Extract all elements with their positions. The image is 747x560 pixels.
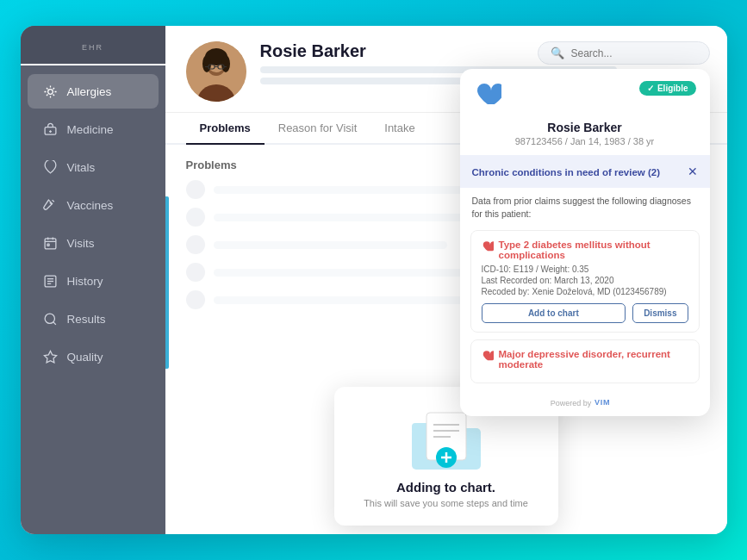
condition-1-title: Type 2 diabetes mellitus without complic… bbox=[482, 240, 688, 260]
search-icon: 🔍 bbox=[551, 47, 564, 59]
sidebar-label-vaccines: Vaccines bbox=[67, 199, 114, 212]
patient-avatar bbox=[186, 41, 246, 102]
adding-chart-title: Adding to chart. bbox=[360, 480, 532, 495]
sidebar-label-vitals: Vitals bbox=[67, 161, 96, 174]
sidebar-nav: Allergies Medicine Vitals Vaccines bbox=[21, 65, 165, 534]
tab-reason-for-visit[interactable]: Reason for Visit bbox=[265, 113, 371, 145]
sidebar-item-medicine[interactable]: Medicine bbox=[28, 112, 159, 146]
conditions-banner: Chronic conditions in need of review (2)… bbox=[460, 155, 710, 188]
sidebar-item-allergies[interactable]: Allergies bbox=[28, 74, 159, 109]
problem-line bbox=[214, 296, 474, 304]
results-icon bbox=[43, 311, 59, 327]
search-bar[interactable]: 🔍 bbox=[538, 41, 710, 65]
vitals-icon bbox=[43, 159, 59, 175]
condition-2-heart-icon bbox=[482, 350, 494, 364]
eligible-badge: ✓ Eligible bbox=[639, 81, 696, 96]
blue-border bbox=[165, 196, 169, 369]
condition-2-title: Major depressive disorder, recurrent mod… bbox=[482, 349, 688, 370]
svg-point-20 bbox=[202, 55, 211, 72]
svg-text:VIM: VIM bbox=[594, 398, 610, 407]
vim-card: ✕ ✓ Eligible Rosie Barker 987123456 / Ja… bbox=[460, 69, 710, 416]
problem-dot bbox=[186, 263, 205, 282]
sidebar-label-visits: Visits bbox=[67, 237, 95, 250]
svg-line-14 bbox=[53, 321, 56, 324]
conditions-close-button[interactable]: ✕ bbox=[688, 165, 698, 178]
sidebar-item-vaccines[interactable]: Vaccines bbox=[28, 188, 159, 222]
vim-logo: VIM bbox=[594, 397, 619, 408]
vim-card-patient: Rosie Barker 987123456 / Jan 14, 1983 / … bbox=[460, 121, 710, 155]
heart-icon bbox=[474, 81, 501, 109]
tab-intake[interactable]: Intake bbox=[370, 113, 428, 145]
svg-point-13 bbox=[45, 314, 54, 323]
conditions-title-text: Chronic conditions in need of review (2) bbox=[472, 167, 661, 177]
powered-by: Powered by VIM bbox=[460, 390, 710, 416]
conditions-title: Chronic conditions in need of review (2) bbox=[472, 164, 661, 179]
medicine-icon bbox=[43, 121, 59, 137]
condition-recoded-by: Recoded by: Xenie Doželová, MD (01234567… bbox=[482, 287, 688, 296]
svg-rect-8 bbox=[47, 244, 49, 246]
vim-heart-logo bbox=[474, 81, 501, 112]
svg-rect-4 bbox=[45, 238, 56, 248]
check-icon: ✓ bbox=[647, 84, 654, 93]
condition-actions: Add to chart Dismiss bbox=[482, 303, 688, 323]
avatar-image bbox=[186, 41, 246, 102]
sidebar-label-allergies: Allergies bbox=[67, 85, 112, 98]
sidebar: EHR Allergies Medicine Vitals bbox=[21, 26, 165, 534]
vim-brand: VIM bbox=[594, 397, 619, 409]
history-icon bbox=[43, 273, 59, 289]
vim-patient-info: 987123456 / Jan 14, 1983 / 38 yr bbox=[474, 136, 696, 146]
heart-warning-icon-2 bbox=[482, 350, 494, 362]
sidebar-label-results: Results bbox=[67, 313, 106, 326]
sidebar-label-quality: Quality bbox=[67, 351, 103, 364]
adding-chart-subtitle: This will save you some steps and time bbox=[360, 498, 532, 508]
tab-problems[interactable]: Problems bbox=[186, 113, 265, 145]
condition-card-1: Type 2 diabetes mellitus without complic… bbox=[470, 230, 700, 333]
condition-icd: ICD-10: E119 / Weight: 0.35 bbox=[482, 264, 688, 274]
vim-card-header: ✓ Eligible bbox=[460, 69, 710, 121]
svg-point-0 bbox=[48, 89, 53, 94]
condition-last-recorded: Last Recorded on: March 13, 2020 bbox=[482, 276, 688, 285]
condition-card-2: Major depressive disorder, recurrent mod… bbox=[470, 339, 700, 383]
vim-patient-name: Rosie Barker bbox=[474, 121, 696, 134]
add-to-chart-button[interactable]: Add to chart bbox=[482, 303, 626, 323]
info-bar-2 bbox=[260, 78, 483, 84]
problem-line bbox=[214, 186, 500, 194]
vaccines-icon bbox=[43, 197, 59, 213]
visits-icon bbox=[43, 235, 59, 251]
sidebar-item-quality[interactable]: Quality bbox=[28, 339, 159, 374]
problem-line bbox=[214, 241, 448, 249]
quality-icon bbox=[43, 349, 59, 364]
sidebar-logo: EHR bbox=[21, 26, 165, 65]
sidebar-item-visits[interactable]: Visits bbox=[28, 226, 159, 260]
main-container: EHR Allergies Medicine Vitals bbox=[21, 26, 727, 534]
sidebar-item-vitals[interactable]: Vitals bbox=[28, 150, 159, 184]
problem-dot bbox=[186, 180, 205, 199]
sidebar-item-results[interactable]: Results bbox=[28, 302, 159, 336]
problem-dot bbox=[186, 290, 205, 309]
conditions-subtitle: Data from prior claims suggest the follo… bbox=[460, 188, 710, 223]
sidebar-label-medicine: Medicine bbox=[67, 123, 114, 136]
sidebar-label-history: History bbox=[67, 275, 103, 288]
search-input[interactable] bbox=[571, 47, 697, 59]
problem-dot bbox=[186, 235, 205, 254]
allergies-icon bbox=[43, 84, 59, 99]
sidebar-item-history[interactable]: History bbox=[28, 264, 159, 298]
svg-point-21 bbox=[221, 55, 230, 72]
dismiss-button[interactable]: Dismiss bbox=[632, 303, 688, 323]
heart-warning-icon bbox=[482, 240, 494, 252]
condition-heart-icon bbox=[482, 240, 494, 254]
problem-dot bbox=[186, 208, 205, 227]
